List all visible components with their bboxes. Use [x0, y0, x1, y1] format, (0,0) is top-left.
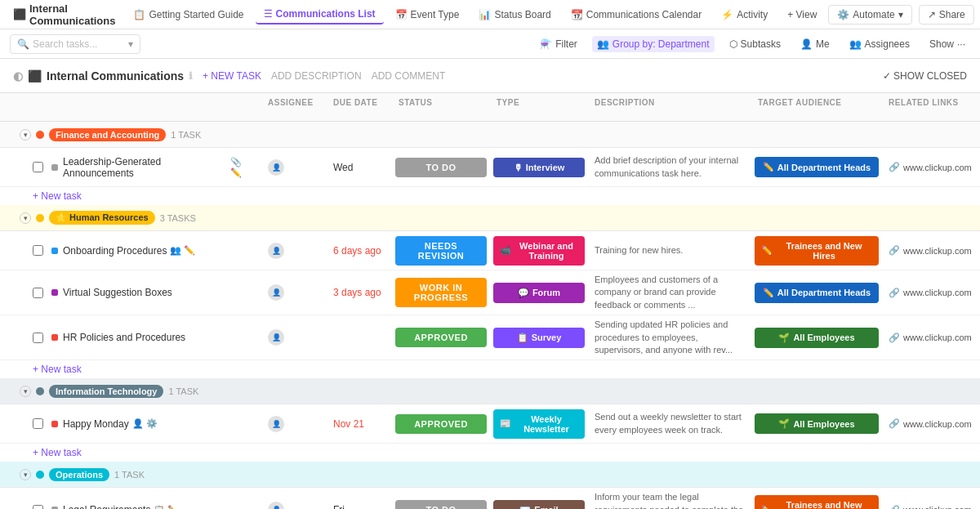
audience-cell[interactable]: ✏️ Trainees and New Hires: [751, 493, 882, 509]
tab-getting-started[interactable]: 📋 Getting Started Guide: [125, 6, 252, 24]
collapse-hr[interactable]: ▾: [20, 212, 31, 224]
collapse-it[interactable]: ▾: [20, 386, 31, 397]
collapse-icon[interactable]: ◐: [13, 69, 23, 83]
type-badge[interactable]: 📰 Weekly Newsletter: [493, 409, 585, 439]
share-button[interactable]: ↗ Share: [919, 5, 974, 25]
task-checkbox[interactable]: [33, 245, 43, 256]
audience-cell[interactable]: ✏️ All Department Heads: [751, 155, 882, 179]
status-badge[interactable]: NEEDS REVISION: [395, 236, 487, 266]
type-cell[interactable]: 🎙 Interview: [490, 156, 588, 179]
link-cell[interactable]: 🔗 www.clickup.com: [882, 284, 980, 301]
view-button[interactable]: + View: [779, 6, 825, 24]
task-name[interactable]: Onboarding Procedures 👥 ✏️: [63, 245, 195, 257]
audience-cell[interactable]: ✏️ All Department Heads: [751, 281, 882, 305]
task-checkbox[interactable]: [33, 162, 43, 172]
tab-activity[interactable]: ⚡ Activity: [713, 6, 776, 24]
audience-badge[interactable]: ✏️ All Department Heads: [755, 157, 879, 177]
audience-badge[interactable]: ✏️ Trainees and New Hires: [755, 236, 879, 266]
avatar: 👤: [268, 284, 284, 301]
add-comment-btn[interactable]: ADD COMMENT: [372, 70, 446, 82]
link-cell[interactable]: 🔗 www.clickup.com: [882, 329, 980, 346]
collapse-finance[interactable]: ▾: [20, 129, 31, 141]
audience-badge[interactable]: ✏️ All Department Heads: [755, 283, 879, 303]
status-badge[interactable]: TO DO: [395, 500, 487, 509]
group-finance-label[interactable]: ▾ Finance and Accounting 1 TASK: [0, 123, 261, 146]
filter-icon: ⚗️: [540, 38, 552, 50]
task-name[interactable]: Leadership-Generated Announcements 📎 ✏️: [63, 156, 255, 179]
task-name[interactable]: Legal Requirements 📋 ✏️: [63, 504, 179, 509]
new-task-row-finance[interactable]: + New task: [0, 187, 980, 205]
status-badge[interactable]: APPROVED: [395, 328, 487, 347]
link-cell[interactable]: 🔗 www.clickup.com: [882, 159, 980, 176]
task-checkbox[interactable]: [33, 333, 43, 343]
link-cell[interactable]: 🔗 www.clickup.com: [882, 242, 980, 259]
subtasks-icon: ⬡: [729, 38, 737, 50]
show-closed-btn[interactable]: ✓ SHOW CLOSED: [883, 70, 967, 82]
link-cell[interactable]: 🔗 www.clickup.com: [882, 415, 980, 432]
task-checkbox[interactable]: [33, 288, 43, 298]
tab-event-type[interactable]: 📅 Event Type: [387, 6, 468, 24]
group-it-label[interactable]: ▾ Information Technology 1 TASK: [0, 380, 261, 403]
automate-button[interactable]: ⚙️ Automate ▾: [828, 5, 911, 25]
audience-badge[interactable]: 🌱 All Employees: [755, 328, 879, 348]
type-badge[interactable]: 💬 Forum: [493, 283, 585, 303]
status-badge[interactable]: APPROVED: [395, 414, 487, 434]
group-color-dot: [36, 387, 44, 395]
type-badge[interactable]: 📹 Webinar and Training: [493, 236, 585, 266]
group-icon: 👥: [597, 38, 609, 50]
table-row: Leadership-Generated Announcements 📎 ✏️ …: [0, 148, 980, 187]
avatar: 👤: [268, 329, 284, 346]
add-description-btn[interactable]: ADD DESCRIPTION: [271, 70, 362, 82]
status-badge[interactable]: TO DO: [395, 158, 487, 177]
chevron-icon: ▾: [898, 9, 903, 20]
type-badge[interactable]: ✉️ Email: [493, 500, 585, 509]
show-button[interactable]: Show ···: [924, 36, 970, 52]
filter-button[interactable]: ⚗️ Filter: [535, 36, 582, 52]
status-cell[interactable]: APPROVED: [392, 413, 490, 435]
tab-status-board[interactable]: 📊 Status Board: [470, 6, 559, 24]
group-hr-label[interactable]: ▾ ⭐ Human Resources 3 TASKS: [0, 206, 261, 230]
type-icon: ✉️: [519, 505, 531, 509]
audience-cell[interactable]: 🌱 All Employees: [751, 326, 882, 350]
group-badge-hr: ⭐ Human Resources: [49, 211, 155, 225]
table-row: Legal Requirements 📋 ✏️ 👤 Fri TO DO ✉️ E…: [0, 488, 980, 509]
audience-badge[interactable]: 🌱 All Employees: [755, 413, 879, 434]
new-task-row-hr[interactable]: + New task: [0, 360, 980, 378]
link-cell[interactable]: 🔗 www.clickup.com: [882, 502, 980, 509]
new-task-btn[interactable]: + NEW TASK: [203, 70, 261, 82]
new-task-row-it[interactable]: + New task: [0, 444, 980, 462]
search-box[interactable]: 🔍 Search tasks... ▾: [10, 34, 140, 54]
collapse-ops[interactable]: ▾: [20, 469, 31, 480]
subtasks-button[interactable]: ⬡ Subtasks: [724, 36, 786, 52]
status-cell[interactable]: TO DO: [392, 156, 490, 179]
status-cell[interactable]: NEEDS REVISION: [392, 234, 490, 267]
group-ops-label[interactable]: ▾ Operations 1 TASK: [0, 463, 261, 486]
type-badge[interactable]: 🎙 Interview: [493, 158, 585, 177]
type-cell[interactable]: 💬 Forum: [490, 281, 588, 305]
status-cell[interactable]: APPROVED: [392, 326, 490, 349]
tab-communications-list[interactable]: ☰ Communications List: [256, 5, 384, 25]
audience-cell[interactable]: ✏️ Trainees and New Hires: [751, 234, 882, 267]
task-checkbox[interactable]: [33, 505, 43, 509]
type-cell[interactable]: 📹 Webinar and Training: [490, 234, 588, 267]
type-badge[interactable]: 📋 Survey: [493, 328, 585, 348]
assignees-button[interactable]: 👥 Assignees: [844, 36, 915, 52]
type-cell[interactable]: 📋 Survey: [490, 326, 588, 350]
status-cell[interactable]: TO DO: [392, 498, 490, 509]
task-checkbox[interactable]: [33, 418, 43, 429]
tab-icon: ⚡: [721, 9, 733, 20]
link-icon: 🔗: [889, 418, 900, 429]
audience-cell[interactable]: 🌱 All Employees: [751, 412, 882, 435]
audience-badge[interactable]: ✏️ Trainees and New Hires: [755, 495, 879, 509]
status-badge[interactable]: WORK IN PROGRESS: [395, 278, 487, 307]
tab-calendar[interactable]: 📆 Communications Calendar: [563, 6, 710, 24]
task-name[interactable]: Happy Monday 👤 ⚙️: [63, 418, 158, 430]
group-by-button[interactable]: 👥 Group by: Department: [592, 36, 715, 52]
task-name[interactable]: Virtual Suggestion Boxes: [63, 287, 172, 298]
status-cell[interactable]: WORK IN PROGRESS: [392, 276, 490, 309]
me-button[interactable]: 👤 Me: [795, 36, 835, 52]
type-cell[interactable]: ✉️ Email: [490, 498, 588, 509]
task-name[interactable]: HR Policies and Procedures: [63, 332, 185, 343]
due-date-cell: Nov 21: [327, 415, 392, 433]
type-cell[interactable]: 📰 Weekly Newsletter: [490, 408, 588, 440]
